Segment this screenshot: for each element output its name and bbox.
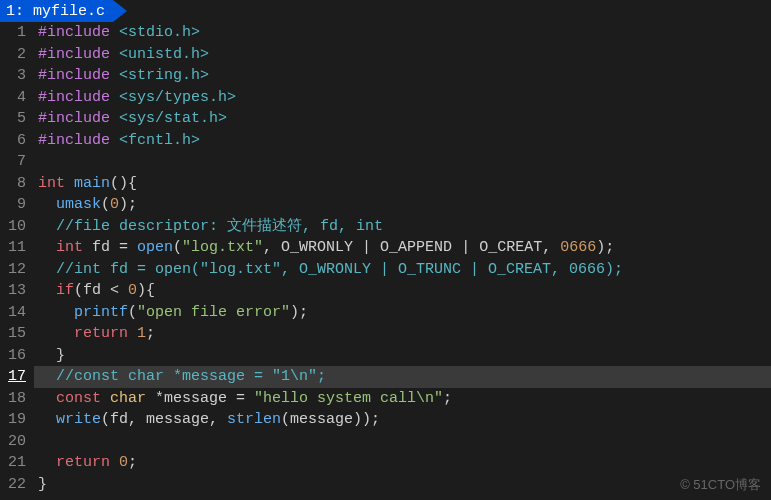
code-content[interactable]: #include <sys/types.h> (34, 87, 771, 109)
code-line[interactable]: 14 printf("open file error"); (0, 302, 771, 324)
code-content[interactable]: #include <unistd.h> (34, 44, 771, 66)
code-line[interactable]: 21 return 0; (0, 452, 771, 474)
token-kw: return (56, 454, 119, 471)
token-op: fd = (92, 239, 137, 256)
code-content[interactable]: int main(){ (34, 173, 771, 195)
token-op: *message = (155, 390, 254, 407)
line-number: 15 (0, 323, 34, 345)
code-content[interactable]: #include <sys/stat.h> (34, 108, 771, 130)
line-number: 3 (0, 65, 34, 87)
token-op: ); (290, 304, 308, 321)
token-kw: if (56, 282, 74, 299)
line-number: 10 (0, 216, 34, 238)
line-number: 7 (0, 151, 34, 173)
token-op: } (38, 347, 65, 364)
token-kw: const (56, 390, 110, 407)
token-op: (fd, message, (101, 411, 227, 428)
code-line[interactable]: 5#include <sys/stat.h> (0, 108, 771, 130)
code-area[interactable]: 1#include <stdio.h>2#include <unistd.h>3… (0, 22, 771, 500)
code-line[interactable]: 2#include <unistd.h> (0, 44, 771, 66)
token-op: ; (128, 454, 137, 471)
token-pp: #include (38, 24, 119, 41)
token-pp: #include (38, 67, 119, 84)
token-inc: <fcntl.h> (119, 132, 200, 149)
token-kw: int (38, 175, 74, 192)
code-content[interactable]: //file descriptor: 文件描述符, fd, int (34, 216, 771, 238)
code-content[interactable]: umask(0); (34, 194, 771, 216)
token-op (38, 368, 56, 385)
code-line[interactable]: 1#include <stdio.h> (0, 22, 771, 44)
token-op (38, 218, 56, 235)
token-op (38, 454, 56, 471)
code-content[interactable]: const char *message = "hello system call… (34, 388, 771, 410)
token-op: ); (596, 239, 614, 256)
line-number: 16 (0, 345, 34, 367)
tab-bar: 1: myfile.c (0, 0, 771, 22)
line-number: 17 (0, 366, 34, 388)
line-number: 21 (0, 452, 34, 474)
token-op: ( (101, 196, 110, 213)
code-content[interactable]: return 1; (34, 323, 771, 345)
code-content[interactable]: #include <fcntl.h> (34, 130, 771, 152)
code-content[interactable]: return 0; (34, 452, 771, 474)
code-content[interactable]: //int fd = open("log.txt", O_WRONLY | O_… (34, 259, 771, 281)
token-inc: <sys/stat.h> (119, 110, 227, 127)
token-fn: write (56, 411, 101, 428)
token-fn: open (137, 239, 173, 256)
token-op (38, 282, 56, 299)
code-line[interactable]: 18 const char *message = "hello system c… (0, 388, 771, 410)
code-line[interactable]: 9 umask(0); (0, 194, 771, 216)
token-op: ( (128, 304, 137, 321)
token-num: 0666 (560, 239, 596, 256)
code-line[interactable]: 11 int fd = open("log.txt", O_WRONLY | O… (0, 237, 771, 259)
code-line[interactable]: 15 return 1; (0, 323, 771, 345)
token-cmt: //int fd = open("log.txt", O_WRONLY | O_… (56, 261, 623, 278)
token-op (38, 261, 56, 278)
line-number: 19 (0, 409, 34, 431)
token-op (38, 239, 56, 256)
code-line[interactable]: 8int main(){ (0, 173, 771, 195)
code-line[interactable]: 19 write(fd, message, strlen(message)); (0, 409, 771, 431)
code-editor: 1: myfile.c 1#include <stdio.h>2#include… (0, 0, 771, 500)
code-content[interactable]: } (34, 345, 771, 367)
code-content[interactable]: #include <string.h> (34, 65, 771, 87)
line-number: 4 (0, 87, 34, 109)
code-content[interactable]: write(fd, message, strlen(message)); (34, 409, 771, 431)
code-line[interactable]: 12 //int fd = open("log.txt", O_WRONLY |… (0, 259, 771, 281)
code-line[interactable]: 17 //const char *message = "1\n"; (0, 366, 771, 388)
watermark: © 51CTO博客 (680, 476, 761, 494)
token-fn: main (74, 175, 110, 192)
code-line[interactable]: 10 //file descriptor: 文件描述符, fd, int (0, 216, 771, 238)
token-type: char (110, 390, 155, 407)
code-line[interactable]: 13 if(fd < 0){ (0, 280, 771, 302)
code-line[interactable]: 6#include <fcntl.h> (0, 130, 771, 152)
code-content[interactable]: int fd = open("log.txt", O_WRONLY | O_AP… (34, 237, 771, 259)
code-line[interactable]: 20 (0, 431, 771, 453)
line-number: 11 (0, 237, 34, 259)
token-num: 0 (128, 282, 137, 299)
code-line[interactable]: 4#include <sys/types.h> (0, 87, 771, 109)
token-op: (fd < (74, 282, 128, 299)
token-inc: <unistd.h> (119, 46, 209, 63)
token-op: } (38, 476, 47, 493)
code-line[interactable]: 22} (0, 474, 771, 496)
code-content[interactable]: //const char *message = "1\n"; (34, 366, 771, 388)
code-content[interactable] (34, 431, 771, 453)
code-content[interactable]: } (34, 474, 771, 496)
token-fn: umask (56, 196, 101, 213)
line-number: 20 (0, 431, 34, 453)
token-kw: return (74, 325, 137, 342)
tab-file[interactable]: 1: myfile.c (0, 0, 113, 22)
token-inc: <string.h> (119, 67, 209, 84)
token-op: (){ (110, 175, 137, 192)
code-content[interactable] (34, 151, 771, 173)
line-number: 6 (0, 130, 34, 152)
token-cmt: //file descriptor: 文件描述符, fd, int (56, 218, 383, 235)
code-content[interactable]: #include <stdio.h> (34, 22, 771, 44)
code-content[interactable]: printf("open file error"); (34, 302, 771, 324)
code-line[interactable]: 7 (0, 151, 771, 173)
code-line[interactable]: 16 } (0, 345, 771, 367)
line-number: 13 (0, 280, 34, 302)
code-line[interactable]: 3#include <string.h> (0, 65, 771, 87)
code-content[interactable]: if(fd < 0){ (34, 280, 771, 302)
